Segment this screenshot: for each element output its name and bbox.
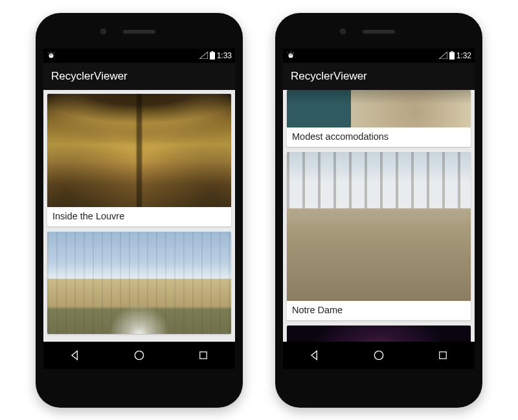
battery-icon [210, 51, 215, 60]
status-bar: 1:33 [43, 49, 235, 63]
home-button[interactable] [132, 348, 146, 362]
list-item[interactable]: Inside the Louvre [47, 94, 231, 227]
debug-icon [286, 51, 295, 60]
status-bar: 1:32 [283, 49, 475, 63]
app-title: RecyclerViewer [51, 70, 128, 83]
app-bar: RecyclerViewer [283, 63, 475, 90]
phone-device: 1:32 RecyclerViewer Modest accomodations… [275, 13, 482, 408]
list-item[interactable]: Notre Dame [287, 152, 471, 320]
card-image [287, 152, 471, 301]
phone-screen: 1:33 RecyclerViewer Inside the Louvre [43, 49, 235, 369]
recycler-list[interactable]: Inside the Louvre [43, 90, 235, 342]
phone-speaker [363, 30, 395, 34]
status-time: 1:32 [456, 51, 471, 60]
svg-line-5 [54, 52, 55, 53]
svg-point-1 [50, 54, 51, 56]
svg-point-11 [289, 54, 291, 56]
back-button[interactable] [308, 348, 322, 362]
card-caption: Notre Dame [287, 301, 471, 320]
svg-line-15 [293, 52, 295, 53]
svg-rect-6 [210, 52, 215, 60]
battery-icon [449, 51, 455, 60]
phone-speaker [123, 30, 155, 34]
recycler-list[interactable]: Modest accomodations Notre Dame [283, 90, 475, 342]
svg-point-10 [289, 53, 293, 58]
card-image [287, 90, 471, 127]
navigation-bar [283, 342, 475, 369]
svg-rect-17 [451, 51, 453, 52]
phone-device: 1:33 RecyclerViewer Inside the Louvre [36, 13, 243, 408]
svg-point-12 [291, 54, 292, 56]
app-title: RecyclerViewer [291, 70, 367, 83]
signal-icon [199, 52, 208, 59]
back-button[interactable] [68, 348, 82, 362]
recents-button[interactable] [196, 348, 210, 362]
list-item[interactable] [287, 326, 471, 342]
card-image [47, 232, 231, 334]
svg-rect-9 [199, 351, 207, 359]
home-button[interactable] [372, 348, 386, 362]
list-item[interactable] [47, 232, 231, 334]
status-time: 1:33 [217, 51, 232, 60]
svg-point-2 [51, 54, 52, 56]
card-image [287, 326, 471, 342]
card-caption: Modest accomodations [287, 127, 471, 147]
list-item[interactable]: Modest accomodations [287, 90, 471, 147]
phone-camera [100, 28, 106, 34]
debug-icon [47, 51, 56, 60]
phone-camera [340, 28, 346, 34]
svg-point-18 [374, 351, 383, 359]
card-image [47, 94, 231, 207]
svg-point-8 [135, 351, 143, 359]
phone-screen: 1:32 RecyclerViewer Modest accomodations… [283, 49, 475, 369]
svg-rect-7 [211, 51, 213, 52]
app-bar: RecyclerViewer [43, 63, 235, 90]
svg-point-0 [49, 53, 54, 58]
svg-line-4 [48, 52, 49, 53]
svg-rect-16 [449, 52, 455, 60]
svg-rect-19 [439, 351, 446, 359]
recents-button[interactable] [436, 348, 450, 362]
signal-icon [439, 52, 447, 59]
card-caption: Inside the Louvre [47, 207, 231, 227]
svg-line-14 [287, 52, 289, 53]
navigation-bar [43, 342, 235, 369]
